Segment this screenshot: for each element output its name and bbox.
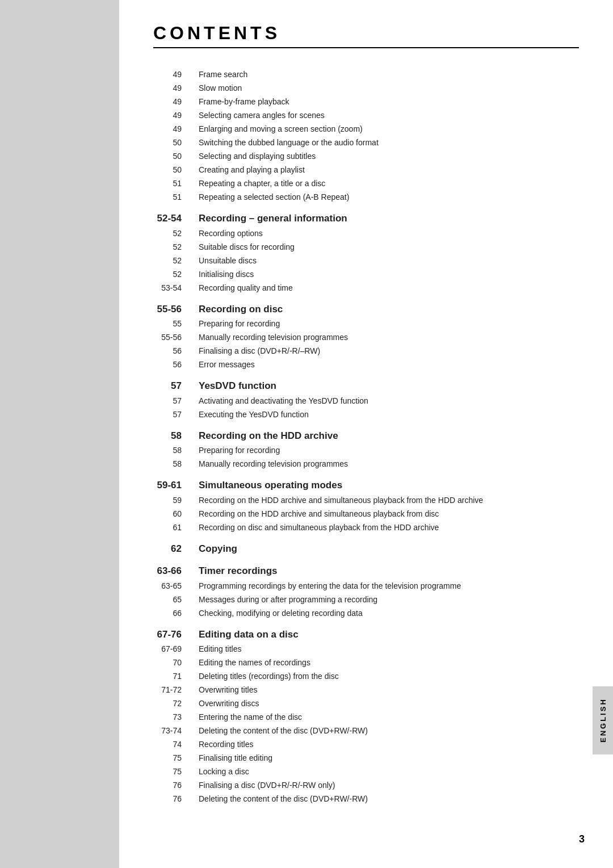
english-tab: ENGLISH bbox=[593, 686, 613, 754]
toc-row: 50Switching the dubbed language or the a… bbox=[153, 137, 579, 149]
toc-item-title: Activating and deactivating the YesDVD f… bbox=[199, 395, 579, 407]
toc-item-title: Recording on the HDD archive and simulta… bbox=[199, 494, 579, 506]
toc-page-num: 73 bbox=[153, 711, 199, 723]
toc-page-num: 58 bbox=[153, 458, 199, 470]
toc-item-title: Repeating a chapter, a title or a disc bbox=[199, 178, 579, 190]
page-container: CONTENTS 49Frame search49Slow motion49Fr… bbox=[0, 0, 613, 868]
page-number: 3 bbox=[579, 833, 585, 845]
toc-section-page: 52-54 bbox=[153, 211, 199, 226]
toc-page-num: 75 bbox=[153, 752, 199, 764]
toc-row: 52Unsuitable discs bbox=[153, 255, 579, 267]
toc-page-num: 70 bbox=[153, 657, 199, 669]
toc-page-num: 57 bbox=[153, 409, 199, 421]
toc-item-title: Recording options bbox=[199, 228, 579, 240]
toc-page-num: 52 bbox=[153, 228, 199, 240]
toc-item-title: Enlarging and moving a screen section (z… bbox=[199, 123, 579, 135]
toc-page-num: 67-69 bbox=[153, 643, 199, 655]
toc-item-title: Overwriting titles bbox=[199, 684, 579, 696]
toc-row: 51Repeating a chapter, a title or a disc bbox=[153, 178, 579, 190]
toc-item-title: Editing the names of recordings bbox=[199, 657, 579, 669]
toc-page-num: 58 bbox=[153, 445, 199, 456]
toc-page-num: 59 bbox=[153, 494, 199, 506]
toc-item-title: Recording quality and time bbox=[199, 282, 579, 294]
toc-section-header: 58Recording on the HDD archive bbox=[153, 429, 579, 443]
toc-item-title: Frame search bbox=[199, 69, 579, 81]
toc-item-title: Overwriting discs bbox=[199, 698, 579, 710]
toc-item-title: Initialising discs bbox=[199, 269, 579, 280]
toc-row: 52Suitable discs for recording bbox=[153, 241, 579, 253]
toc-row: 71Deleting titles (recordings) from the … bbox=[153, 670, 579, 682]
toc-row: 58Manually recording television programm… bbox=[153, 458, 579, 470]
toc-item-title: Finalising a disc (DVD+R/-R/–RW) bbox=[199, 345, 579, 357]
toc-page-num: 53-54 bbox=[153, 282, 199, 294]
toc-item-title: Unsuitable discs bbox=[199, 255, 579, 267]
toc-page-num: 66 bbox=[153, 607, 199, 619]
toc-section-page: 67-76 bbox=[153, 627, 199, 642]
toc-row: 76Deleting the content of the disc (DVD+… bbox=[153, 793, 579, 805]
toc-row: 49Frame-by-frame playback bbox=[153, 96, 579, 108]
toc-row: 65Messages during or after programming a… bbox=[153, 594, 579, 606]
toc-item-title: Deleting the content of the disc (DVD+RW… bbox=[199, 793, 579, 805]
toc-row: 67-69Editing titles bbox=[153, 643, 579, 655]
toc-item-title: Selecting and displaying subtitles bbox=[199, 150, 579, 162]
toc-page-num: 56 bbox=[153, 359, 199, 371]
toc-section-page: 62 bbox=[153, 542, 199, 556]
toc-item-title: Deleting the content of the disc (DVD+RW… bbox=[199, 725, 579, 737]
toc-page-num: 52 bbox=[153, 255, 199, 267]
toc-item-title: Executing the YesDVD function bbox=[199, 409, 579, 421]
toc-section-header: 52-54Recording – general information bbox=[153, 211, 579, 226]
toc-page-num: 50 bbox=[153, 137, 199, 149]
toc-item-title: Messages during or after programming a r… bbox=[199, 594, 579, 606]
toc-item-title: Creating and playing a playlist bbox=[199, 164, 579, 176]
toc-row: 60Recording on the HDD archive and simul… bbox=[153, 508, 579, 520]
toc-item-title: Finalising a disc (DVD+R/-R/-RW only) bbox=[199, 779, 579, 791]
toc-row: 55Preparing for recording bbox=[153, 318, 579, 330]
toc-row: 58Preparing for recording bbox=[153, 445, 579, 456]
toc-section-title: Recording on disc bbox=[199, 302, 579, 317]
toc-item-title: Manually recording television programmes bbox=[199, 332, 579, 343]
toc-row: 66Checking, modifying or deleting record… bbox=[153, 607, 579, 619]
toc-section-title: Simultaneous operating modes bbox=[199, 478, 579, 493]
toc-page-num: 74 bbox=[153, 739, 199, 750]
toc-row: 75Finalising title editing bbox=[153, 752, 579, 764]
toc-page-num: 76 bbox=[153, 779, 199, 791]
toc-row: 76Finalising a disc (DVD+R/-R/-RW only) bbox=[153, 779, 579, 791]
toc-page-num: 71-72 bbox=[153, 684, 199, 696]
toc-page-num: 55-56 bbox=[153, 332, 199, 343]
toc-item-title: Deleting titles (recordings) from the di… bbox=[199, 670, 579, 682]
toc-row: 75Locking a disc bbox=[153, 766, 579, 778]
toc-item-title: Manually recording television programmes bbox=[199, 458, 579, 470]
toc-row: 52Initialising discs bbox=[153, 269, 579, 280]
toc-page-num: 50 bbox=[153, 164, 199, 176]
toc-section-page: 58 bbox=[153, 429, 199, 443]
toc-row: 56Error messages bbox=[153, 359, 579, 371]
toc-item-title: Entering the name of the disc bbox=[199, 711, 579, 723]
toc-page-num: 49 bbox=[153, 69, 199, 81]
toc-row: 57Executing the YesDVD function bbox=[153, 409, 579, 421]
toc-page-num: 52 bbox=[153, 241, 199, 253]
toc-row: 49Selecting camera angles for scenes bbox=[153, 110, 579, 121]
toc-item-title: Slow motion bbox=[199, 82, 579, 94]
toc-section-title: Copying bbox=[199, 542, 579, 556]
toc-row: 61Recording on disc and simultaneous pla… bbox=[153, 522, 579, 534]
toc-row: 71-72Overwriting titles bbox=[153, 684, 579, 696]
main-content: CONTENTS 49Frame search49Slow motion49Fr… bbox=[119, 0, 613, 868]
toc-item-title: Checking, modifying or deleting recordin… bbox=[199, 607, 579, 619]
toc-page-num: 65 bbox=[153, 594, 199, 606]
toc-page-num: 51 bbox=[153, 178, 199, 190]
toc-section-title: YesDVD function bbox=[199, 379, 579, 393]
toc-row: 50Selecting and displaying subtitles bbox=[153, 150, 579, 162]
toc-section-page: 57 bbox=[153, 379, 199, 393]
toc-item-title: Editing titles bbox=[199, 643, 579, 655]
toc-row: 73-74Deleting the content of the disc (D… bbox=[153, 725, 579, 737]
toc-row: 74Recording titles bbox=[153, 739, 579, 750]
toc-section-page: 63-66 bbox=[153, 564, 199, 578]
toc-item-title: Selecting camera angles for scenes bbox=[199, 110, 579, 121]
toc-row: 57Activating and deactivating the YesDVD… bbox=[153, 395, 579, 407]
toc-page-num: 61 bbox=[153, 522, 199, 534]
toc-page-num: 75 bbox=[153, 766, 199, 778]
toc-page-num: 49 bbox=[153, 96, 199, 108]
toc-item-title: Suitable discs for recording bbox=[199, 241, 579, 253]
toc-page-num: 50 bbox=[153, 150, 199, 162]
toc-section-header: 57YesDVD function bbox=[153, 379, 579, 393]
